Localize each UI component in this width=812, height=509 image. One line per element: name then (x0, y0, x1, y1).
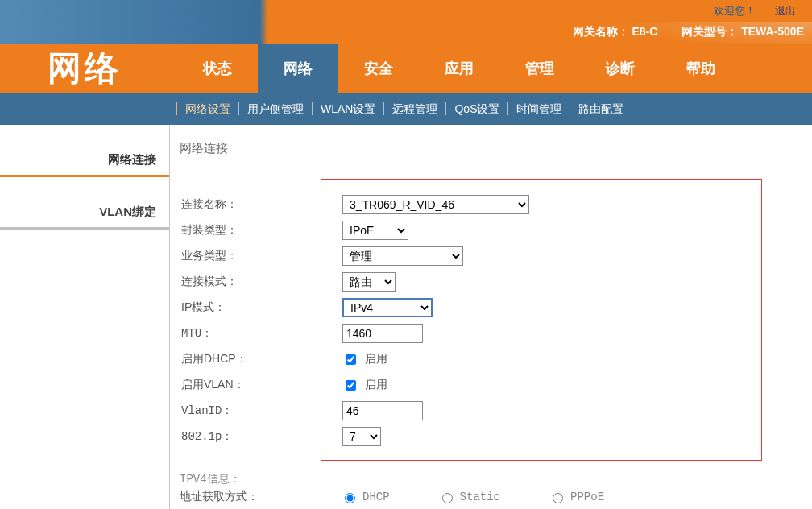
subnav-时间管理[interactable]: 时间管理 (508, 102, 570, 115)
mtu-label: MTU： (181, 326, 342, 341)
subnav-网络设置[interactable]: 网络设置 (176, 102, 238, 115)
subnav-WLAN设置[interactable]: WLAN设置 (312, 102, 383, 115)
section-title: 网络连接 (180, 141, 802, 156)
encap-select[interactable]: IPoE (342, 221, 408, 240)
addr-mode-radio-static[interactable] (442, 493, 453, 503)
addr-mode-static[interactable]: Static (438, 490, 500, 503)
mtu-input[interactable] (342, 324, 423, 343)
subnav-QoS设置[interactable]: QoS设置 (445, 102, 508, 115)
ip-mode-label: IP模式： (181, 300, 342, 315)
dhcp-label: 启用DHCP： (181, 352, 342, 366)
service-select[interactable]: 管理 (342, 246, 463, 266)
tab-诊断[interactable]: 诊断 (580, 44, 661, 93)
page-title: 网络 (0, 44, 169, 93)
conn-mode-select[interactable]: 路由 (342, 272, 396, 292)
tab-网络[interactable]: 网络 (258, 44, 338, 93)
addr-mode-pppoe[interactable]: PPPoE (549, 490, 604, 503)
top-banner: 欢迎您！ 退出 网关名称： E8-C 网关型号： TEWA-500E (0, 0, 812, 44)
tab-安全[interactable]: 安全 (338, 44, 419, 93)
gw-name-label: 网关名称： (573, 25, 629, 38)
tab-管理[interactable]: 管理 (499, 44, 580, 93)
addr-mode-radio-dhcp[interactable] (345, 493, 355, 503)
gw-model-label: 网关型号： (682, 25, 738, 38)
service-label: 业务类型： (181, 249, 342, 263)
subnav-用户侧管理[interactable]: 用户侧管理 (238, 102, 312, 115)
dot1p-label: 802.1p： (181, 429, 342, 444)
conn-name-select[interactable]: 3_TR069_R_VID_46 (342, 195, 529, 214)
logout-link[interactable]: 退出 (775, 5, 796, 17)
welcome-link[interactable]: 欢迎您！ (714, 5, 756, 17)
subnav-远程管理[interactable]: 远程管理 (383, 102, 445, 115)
subnav-路由配置[interactable]: 路由配置 (570, 102, 632, 115)
vlan-id-input[interactable] (342, 401, 423, 420)
addr-mode-label: 地址获取方式： (180, 490, 341, 504)
dot1p-select[interactable]: 7 (342, 427, 381, 446)
ipv4-heading: IPV4信息： (180, 472, 802, 486)
sidebar-item-网络连接[interactable]: 网络连接 (0, 145, 169, 177)
gw-name-value: E8-C (632, 25, 657, 38)
conn-name-label: 连接名称： (181, 197, 342, 212)
dhcp-checkbox-text: 启用 (365, 352, 387, 366)
tab-应用[interactable]: 应用 (419, 44, 499, 93)
network-form-box: 连接名称： 3_TR069_R_VID_46 封装类型： IPoE (321, 179, 762, 461)
gw-model-value: TEWA-500E (741, 25, 804, 38)
dhcp-checkbox[interactable] (346, 354, 356, 365)
conn-mode-label: 连接模式： (181, 275, 342, 289)
tab-状态[interactable]: 状态 (177, 44, 258, 93)
encap-label: 封装类型： (181, 223, 342, 238)
vlan-enable-text: 启用 (365, 378, 387, 392)
tab-帮助[interactable]: 帮助 (661, 44, 741, 93)
vlan-id-label: VlanID： (181, 403, 342, 418)
vlan-enable-label: 启用VLAN： (181, 378, 342, 392)
addr-mode-radio-pppoe[interactable] (553, 493, 563, 503)
addr-mode-dhcp[interactable]: DHCP (341, 490, 390, 503)
ip-mode-select[interactable]: IPv4 (342, 298, 433, 317)
vlan-enable-checkbox[interactable] (346, 380, 356, 391)
sidebar-item-VLAN绑定[interactable]: VLAN绑定 (0, 197, 169, 230)
